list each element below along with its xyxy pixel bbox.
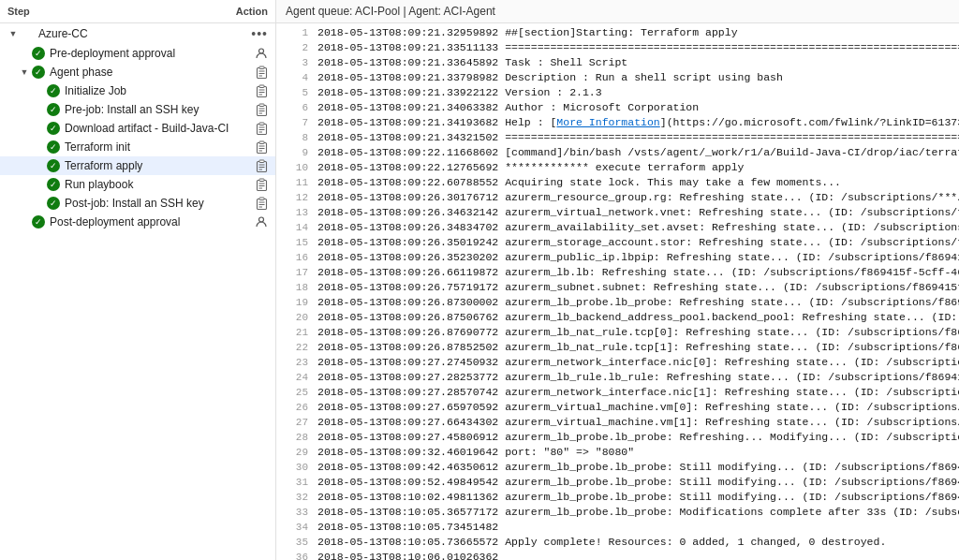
- log-line: 332018-05-13T08:10:05.36577172 azurerm_l…: [276, 505, 959, 520]
- step-col-label: Step: [7, 6, 30, 17]
- tree-item-post-deploy[interactable]: ✓Post-deployment approval: [0, 213, 275, 231]
- status-success-icon: ✓: [47, 84, 60, 97]
- log-line-number: 7: [282, 115, 308, 130]
- svg-rect-32: [259, 179, 264, 182]
- log-line-text: 2018-05-13T08:09:21.33645892 Task : Shel…: [317, 55, 627, 70]
- log-line-text: 2018-05-13T08:09:52.49849542 azurerm_lb_…: [317, 475, 959, 490]
- person-action-icon[interactable]: [249, 215, 268, 228]
- clipboard-action-icon[interactable]: [249, 140, 268, 154]
- log-line: 132018-05-13T08:09:26.34632142 azurerm_v…: [276, 205, 959, 220]
- log-line-text: 2018-05-13T08:09:26.87300002 azurerm_lb_…: [317, 295, 959, 310]
- dots-action-icon[interactable]: •••: [249, 26, 268, 41]
- log-line: 22018-05-13T08:09:21.33511133 ==========…: [276, 40, 959, 55]
- log-line-text: 2018-05-13T08:10:02.49811362 azurerm_lb_…: [317, 490, 959, 505]
- log-line-number: 3: [282, 55, 308, 70]
- log-line: 262018-05-13T08:09:27.65970592 azurerm_v…: [276, 400, 959, 415]
- tree-item-pre-job-ssh[interactable]: ✓Pre-job: Install an SSH key: [0, 100, 275, 119]
- log-line-number: 29: [282, 445, 308, 460]
- log-line-text: 2018-05-13T08:09:27.45806912 azurerm_lb_…: [317, 430, 959, 445]
- log-line-text: 2018-05-13T08:09:26.35019242 azurerm_sto…: [317, 235, 959, 250]
- item-label: Azure-CC: [38, 27, 249, 40]
- log-line-number: 22: [282, 340, 308, 355]
- tree-item-terraform-init[interactable]: ✓Terraform init: [0, 138, 275, 156]
- log-line-number: 2: [282, 40, 308, 55]
- chevron-icon: ▼: [19, 66, 30, 78]
- log-line-number: 16: [282, 250, 308, 265]
- log-line-number: 18: [282, 280, 308, 295]
- log-line-text: 2018-05-13T08:09:27.28253772 azurerm_lb_…: [317, 370, 959, 385]
- log-line-number: 4: [282, 70, 308, 85]
- clipboard-action-icon[interactable]: [249, 122, 268, 135]
- tree-item-terraform-apply[interactable]: ✓Terraform apply: [0, 156, 275, 175]
- log-line-number: 34: [282, 520, 308, 535]
- log-line: 202018-05-13T08:09:26.87506762 azurerm_l…: [276, 310, 959, 325]
- item-label: Terraform apply: [65, 159, 249, 172]
- log-line: 352018-05-13T08:10:05.73665572 Apply com…: [276, 535, 959, 550]
- log-line: 12018-05-13T08:09:21.32959892 ##[section…: [276, 25, 959, 40]
- clipboard-action-icon[interactable]: [249, 103, 268, 116]
- log-line: 342018-05-13T08:10:05.73451482: [276, 520, 959, 535]
- tree-item-download-artifact[interactable]: ✓Download artifact - Build-Java-CI: [0, 119, 275, 138]
- tree-item-init-job[interactable]: ✓Initialize Job: [0, 81, 275, 100]
- log-line: 212018-05-13T08:09:26.87690772 azurerm_l…: [276, 325, 959, 340]
- log-line-number: 19: [282, 295, 308, 310]
- log-line-text: 2018-05-13T08:09:26.34834702 azurerm_ava…: [317, 220, 959, 235]
- svg-point-0: [259, 49, 264, 53]
- log-line: 32018-05-13T08:09:21.33645892 Task : She…: [276, 55, 959, 70]
- log-line: 112018-05-13T08:09:22.60788552 Acquiring…: [276, 175, 959, 190]
- log-line-text: 2018-05-13T08:09:22.12765692 ***********…: [317, 160, 744, 175]
- status-success-icon: ✓: [47, 197, 60, 210]
- agent-queue-text: Agent queue: ACI-Pool | Agent: ACI-Agent: [286, 5, 495, 18]
- log-line-number: 1: [282, 25, 308, 40]
- tree-item-agent-phase-group[interactable]: ▼✓Agent phase: [0, 63, 275, 81]
- tree-item-azure-cc[interactable]: ▼Azure-CC•••: [0, 23, 275, 44]
- log-line-text: 2018-05-13T08:09:42.46350612 azurerm_lb_…: [317, 460, 959, 475]
- clipboard-action-icon[interactable]: [249, 66, 268, 79]
- status-success-icon: ✓: [47, 103, 60, 116]
- log-line: 272018-05-13T08:09:27.66434302 azurerm_v…: [276, 415, 959, 430]
- tree-item-pre-deploy[interactable]: ✓Pre-deployment approval: [0, 44, 275, 63]
- log-line-number: 30: [282, 460, 308, 475]
- log-line-text: 2018-05-13T08:09:26.66119872 azurerm_lb.…: [317, 265, 959, 280]
- clipboard-action-icon[interactable]: [249, 159, 268, 172]
- log-line-text: 2018-05-13T08:09:26.87506762 azurerm_lb_…: [317, 310, 959, 325]
- log-line-text: 2018-05-13T08:09:22.60788552 Acquiring s…: [317, 175, 841, 190]
- clipboard-action-icon[interactable]: [249, 84, 268, 97]
- item-label: Initialize Job: [65, 84, 249, 97]
- more-info-link[interactable]: More Information: [556, 116, 659, 128]
- person-action-icon[interactable]: [249, 47, 268, 60]
- status-success-icon: ✓: [32, 66, 45, 79]
- svg-point-41: [259, 217, 264, 222]
- log-line: 232018-05-13T08:09:27.27450932 azurerm_n…: [276, 355, 959, 370]
- log-line: 292018-05-13T08:09:32.46019642 port: "80…: [276, 445, 959, 460]
- log-area[interactable]: 12018-05-13T08:09:21.32959892 ##[section…: [276, 23, 959, 560]
- log-line-text: 2018-05-13T08:09:26.35230202 azurerm_pub…: [317, 250, 959, 265]
- log-line-text: 2018-05-13T08:09:27.66434302 azurerm_vir…: [317, 415, 959, 430]
- log-line-number: 13: [282, 205, 308, 220]
- status-success-icon: ✓: [32, 47, 45, 60]
- svg-rect-22: [259, 141, 264, 144]
- status-success-icon: ✓: [47, 178, 60, 191]
- log-line-number: 14: [282, 220, 308, 235]
- log-line-number: 5: [282, 85, 308, 100]
- log-line: 42018-05-13T08:09:21.33798982 Descriptio…: [276, 70, 959, 85]
- log-line: 162018-05-13T08:09:26.35230202 azurerm_p…: [276, 250, 959, 265]
- tree-item-run-playbook[interactable]: ✓Run playbook: [0, 175, 275, 194]
- log-line: 92018-05-13T08:09:22.11668602 [command]/…: [276, 145, 959, 160]
- log-line: 192018-05-13T08:09:26.87300002 azurerm_l…: [276, 295, 959, 310]
- log-line-number: 10: [282, 160, 308, 175]
- clipboard-action-icon[interactable]: [249, 197, 268, 210]
- clipboard-action-icon[interactable]: [249, 178, 268, 191]
- log-line: 222018-05-13T08:09:26.87852502 azurerm_l…: [276, 340, 959, 355]
- tree-item-post-job-ssh[interactable]: ✓Post-job: Install an SSH key: [0, 194, 275, 213]
- log-container: 12018-05-13T08:09:21.32959892 ##[section…: [276, 25, 959, 560]
- log-line: 302018-05-13T08:09:42.46350612 azurerm_l…: [276, 460, 959, 475]
- log-line-text: 2018-05-13T08:09:21.33922122 Version : 2…: [317, 85, 602, 100]
- log-line-text: 2018-05-13T08:09:26.87852502 azurerm_lb_…: [317, 340, 959, 355]
- log-line: 122018-05-13T08:09:26.30176712 azurerm_r…: [276, 190, 959, 205]
- right-panel: Agent queue: ACI-Pool | Agent: ACI-Agent…: [276, 0, 959, 560]
- log-line-number: 17: [282, 265, 308, 280]
- log-line-text: 2018-05-13T08:09:21.32959892 ##[section]…: [317, 25, 738, 40]
- item-label: Pre-deployment approval: [50, 47, 249, 60]
- chevron-icon: ▼: [7, 28, 19, 39]
